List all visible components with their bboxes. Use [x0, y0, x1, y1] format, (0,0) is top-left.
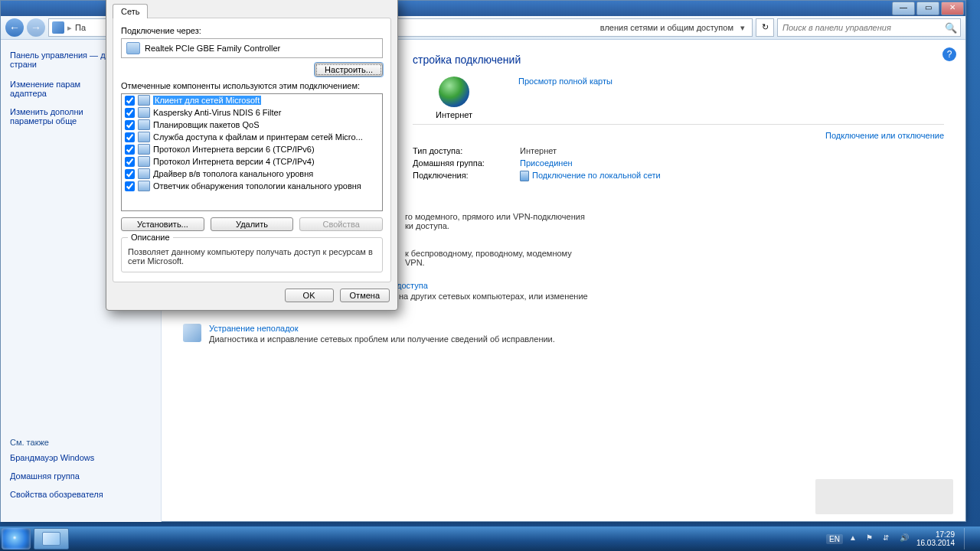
component-label: Протокол Интернета версии 4 (TCP/IPv4): [153, 157, 315, 166]
volume-icon[interactable]: 🔊: [900, 533, 910, 544]
app-icon: [42, 532, 60, 546]
component-checkbox[interactable]: [125, 181, 135, 191]
component-label: Ответчик обнаружения топологии канальног…: [153, 181, 361, 191]
ok-button[interactable]: OK: [285, 289, 334, 302]
install-button[interactable]: Установить...: [121, 217, 204, 231]
component-item[interactable]: Ответчик обнаружения топологии канальног…: [122, 180, 382, 192]
clock-time: 17:29: [916, 530, 955, 539]
homegroup-value-link[interactable]: Присоединен: [520, 158, 573, 168]
partial-text: к беспроводному, проводному, модемному: [405, 249, 944, 258]
partial-text: VPN.: [405, 258, 944, 267]
page-title: стройка подключений: [413, 54, 944, 66]
component-icon: [138, 168, 150, 179]
component-icon: [138, 107, 150, 118]
start-button[interactable]: [2, 528, 31, 549]
breadcrumb-dropdown[interactable]: ▾: [737, 23, 749, 33]
adapter-name: Realtek PCIe GBE Family Controller: [145, 44, 280, 53]
breadcrumb-item[interactable]: вления сетями и общим доступом: [600, 23, 733, 32]
properties-button: Свойства: [299, 217, 383, 231]
action-center-icon[interactable]: ⚑: [866, 533, 877, 544]
network-node-label: Интернет: [436, 110, 472, 119]
component-item[interactable]: Протокол Интернета версии 6 (TCP/IPv6): [122, 143, 382, 155]
location-icon: [52, 21, 64, 34]
nav-forward-button[interactable]: →: [27, 18, 45, 37]
component-checkbox[interactable]: [125, 169, 135, 179]
taskbar-item[interactable]: [34, 528, 69, 549]
connections-label: Подключения:: [413, 171, 520, 181]
partial-text: го модемного, прямого или VPN-подключени…: [405, 212, 944, 221]
troubleshoot-link[interactable]: Устранение неполадок: [209, 324, 555, 333]
description-group: Описание Позволяет данному компьютеру по…: [121, 237, 383, 272]
component-label: Протокол Интернета версии 6 (TCP/IPv6): [153, 145, 315, 154]
close-button[interactable]: ✕: [941, 2, 964, 15]
sidebar-item-homegroup[interactable]: Домашняя группа: [10, 471, 152, 481]
network-tray-icon[interactable]: ⇵: [883, 533, 893, 544]
component-item[interactable]: Планировщик пакетов QoS: [122, 119, 382, 131]
adapter-box: Realtek PCIe GBE Family Controller: [121, 38, 383, 58]
component-label: Драйвер в/в тополога канального уровня: [153, 169, 313, 178]
view-full-map-link[interactable]: Просмотр полной карты: [518, 77, 612, 86]
component-item[interactable]: Драйвер в/в тополога канального уровня: [122, 168, 382, 180]
help-icon[interactable]: ?: [942, 47, 956, 61]
sidebar-item-firewall[interactable]: Брандмауэр Windows: [10, 453, 152, 462]
component-icon: [138, 156, 150, 167]
minimize-button[interactable]: —: [892, 2, 915, 15]
show-desktop-button[interactable]: [964, 528, 972, 549]
component-checkbox[interactable]: [125, 96, 135, 106]
troubleshoot-icon: [183, 324, 201, 342]
refresh-button[interactable]: ↻: [756, 18, 774, 37]
clock-date: 16.03.2014: [916, 539, 955, 547]
lan-icon: [520, 171, 529, 181]
tray-icon[interactable]: ▲: [849, 533, 860, 544]
component-icon: [138, 144, 150, 155]
component-icon: [138, 132, 150, 142]
homegroup-label: Домашняя группа:: [413, 158, 520, 168]
component-icon: [138, 181, 150, 191]
component-checkbox[interactable]: [125, 108, 135, 118]
search-box[interactable]: 🔍: [777, 18, 961, 37]
component-label: Kaspersky Anti-Virus NDIS 6 Filter: [153, 108, 281, 117]
access-type-value: Интернет: [520, 146, 557, 155]
uninstall-button[interactable]: Удалить: [211, 217, 294, 231]
configure-button[interactable]: Настроить...: [315, 63, 383, 77]
component-label: Планировщик пакетов QoS: [153, 120, 260, 129]
connection-properties-dialog: Сеть Подключение через: Realtek PCIe GBE…: [106, 0, 398, 311]
component-icon: [138, 119, 150, 130]
component-label: Клиент для сетей Microsoft: [153, 96, 261, 105]
connect-using-label: Подключение через:: [121, 26, 383, 35]
partial-text: ки доступа.: [405, 221, 944, 230]
component-item[interactable]: Клиент для сетей Microsoft: [122, 94, 382, 106]
globe-icon: [439, 77, 469, 107]
maximize-button[interactable]: ▭: [916, 2, 939, 15]
component-item[interactable]: Kaspersky Anti-Virus NDIS 6 Filter: [122, 106, 382, 119]
search-input[interactable]: [781, 22, 945, 33]
troubleshoot-desc: Диагностика и исправление сетевых пробле…: [209, 334, 555, 344]
taskbar[interactable]: EN ▲ ⚑ ⇵ 🔊 17:29 16.03.2014: [0, 527, 980, 551]
component-label: Служба доступа к файлам и принтерам сете…: [153, 132, 363, 142]
search-icon[interactable]: 🔍: [945, 22, 957, 34]
connect-disconnect-link[interactable]: Подключение или отключение: [489, 131, 944, 140]
component-icon: [138, 95, 150, 106]
component-checkbox[interactable]: [125, 145, 135, 155]
component-checkbox[interactable]: [125, 157, 135, 167]
component-checkbox[interactable]: [125, 132, 135, 142]
description-heading: Описание: [128, 233, 173, 242]
access-type-label: Тип доступа:: [413, 146, 520, 155]
breadcrumb-item[interactable]: Па: [75, 23, 86, 32]
tab-network[interactable]: Сеть: [113, 4, 148, 18]
sidebar-item-internet-options[interactable]: Свойства обозревателя: [10, 490, 152, 499]
clock[interactable]: 17:29 16.03.2014: [916, 530, 955, 547]
nav-back-button[interactable]: ←: [5, 18, 24, 37]
network-node-internet: Интернет: [436, 77, 472, 119]
component-item[interactable]: Протокол Интернета версии 4 (TCP/IPv4): [122, 155, 382, 168]
components-listbox[interactable]: Клиент для сетей MicrosoftKaspersky Anti…: [121, 93, 383, 211]
component-item[interactable]: Служба доступа к файлам и принтерам сете…: [122, 131, 382, 143]
cancel-button[interactable]: Отмена: [340, 289, 390, 302]
nic-icon: [126, 42, 140, 54]
language-indicator[interactable]: EN: [826, 534, 843, 544]
connection-lan-link[interactable]: Подключение по локальной сети: [520, 171, 661, 181]
sidebar-see-also-heading: См. также: [10, 438, 152, 447]
components-label: Отмеченные компоненты используются этим …: [121, 81, 383, 90]
component-checkbox[interactable]: [125, 120, 135, 130]
breadcrumb-sep: ▸: [67, 23, 72, 33]
